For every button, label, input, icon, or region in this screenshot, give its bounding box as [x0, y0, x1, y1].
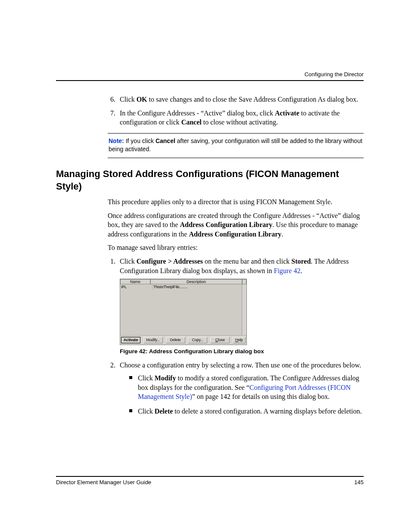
continued-steps: Click OK to save changes and to close th… — [108, 95, 364, 127]
step-7-bold1: Activate — [275, 109, 299, 117]
dialog-header-row: Name Description — [120, 279, 246, 284]
step-6-bold: OK — [137, 96, 147, 103]
note-box: Note: If you click Cancel after saving, … — [108, 133, 364, 158]
note-label: Note: — [109, 137, 124, 144]
bullet-delete: Click Delete to delete a stored configur… — [129, 407, 364, 416]
delete-button[interactable]: Delete — [166, 337, 185, 343]
column-header-description[interactable]: Description — [150, 279, 242, 284]
bullet-modify: Click Modify to modify a stored configur… — [129, 373, 364, 401]
figure-caption: Figure 42: Address Configuration Library… — [120, 348, 364, 355]
row-description: ThisIsTheIplFile........ — [153, 284, 242, 290]
b1-bold: Modify — [155, 374, 176, 382]
procedure-step-1: Click Configure > Addresses on the menu … — [117, 257, 364, 355]
p2-post: . — [281, 230, 283, 238]
running-head: Configuring the Director — [305, 71, 364, 78]
figure-42-link[interactable]: Figure 42 — [274, 267, 301, 274]
s1-end: . — [301, 267, 302, 274]
close-btn-rest: lose — [218, 338, 225, 342]
s2-text: Choose a configuration entry by selectin… — [120, 361, 361, 369]
s1-mid: on the menu bar and then click — [203, 258, 291, 265]
sub-bullets: Click Modify to modify a stored configur… — [120, 373, 364, 416]
dialog-button-bar: Activate Modify... Delete Copy... Close … — [120, 335, 246, 345]
step-7-post: to close without activating. — [202, 118, 278, 126]
b1-pre: Click — [138, 374, 155, 382]
note-pre: If you click — [124, 137, 156, 144]
b2-pre: Click — [138, 408, 155, 415]
footer: Director Element Manager User Guide 145 — [56, 479, 364, 485]
dialog-body: IPL ThisIsTheIplFile........ — [120, 284, 246, 335]
step-7-pre: In the Configure Addresses - “Active” di… — [120, 109, 275, 117]
activate-button[interactable]: Activate — [121, 337, 140, 343]
help-button[interactable]: Help — [233, 337, 246, 343]
vertical-scrollbar[interactable] — [242, 284, 246, 335]
p2-b1: Address Configuration Library — [180, 221, 273, 228]
step-6-post: to save changes and to close the Save Ad… — [147, 96, 358, 103]
table-row[interactable]: IPL ThisIsTheIplFile........ — [120, 284, 242, 290]
procedure-step-2: Choose a configuration entry by selectin… — [117, 361, 364, 416]
modify-button[interactable]: Modify... — [143, 337, 163, 343]
section-heading: Managing Stored Address Configurations (… — [56, 168, 364, 193]
help-btn-rest: elp — [238, 338, 243, 342]
b2-bold: Delete — [155, 408, 173, 415]
header-rule — [56, 80, 364, 81]
section-p2: Once address configurations are created … — [108, 211, 364, 239]
step-7-bold2: Cancel — [181, 118, 202, 126]
section-p1: This procedure applies only to a directo… — [108, 197, 364, 207]
s1-b2: Stored — [291, 258, 311, 265]
dialog-data-area[interactable]: IPL ThisIsTheIplFile........ — [120, 284, 242, 335]
step-7: In the Configure Addresses - “Active” di… — [117, 109, 364, 127]
column-header-name[interactable]: Name — [120, 279, 150, 284]
footer-rule — [56, 476, 364, 477]
s1-pre: Click — [120, 258, 137, 265]
section-p3: To manage saved library entries: — [108, 243, 364, 252]
b1-post: ” on page 142 for details on using this … — [192, 393, 330, 400]
p2-b2: Address Configuration Library — [189, 230, 281, 238]
copy-button[interactable]: Copy... — [188, 337, 207, 343]
note-bold: Cancel — [156, 137, 175, 144]
row-name: IPL — [120, 284, 153, 290]
footer-guide-title: Director Element Manager User Guide — [56, 479, 151, 485]
s1-b1: Configure > Addresses — [137, 258, 203, 265]
step-6-pre: Click — [120, 96, 137, 103]
procedure-list: Click Configure > Addresses on the menu … — [108, 257, 364, 416]
address-config-library-dialog: Name Description IPL ThisIsTheIplFile...… — [120, 279, 247, 345]
step-6: Click OK to save changes and to close th… — [117, 95, 364, 104]
scrollbar-corner — [242, 279, 246, 284]
b2-post: to delete a stored configuration. A warn… — [173, 408, 361, 415]
footer-page-number: 145 — [354, 479, 364, 485]
close-button[interactable]: Close — [210, 337, 230, 343]
